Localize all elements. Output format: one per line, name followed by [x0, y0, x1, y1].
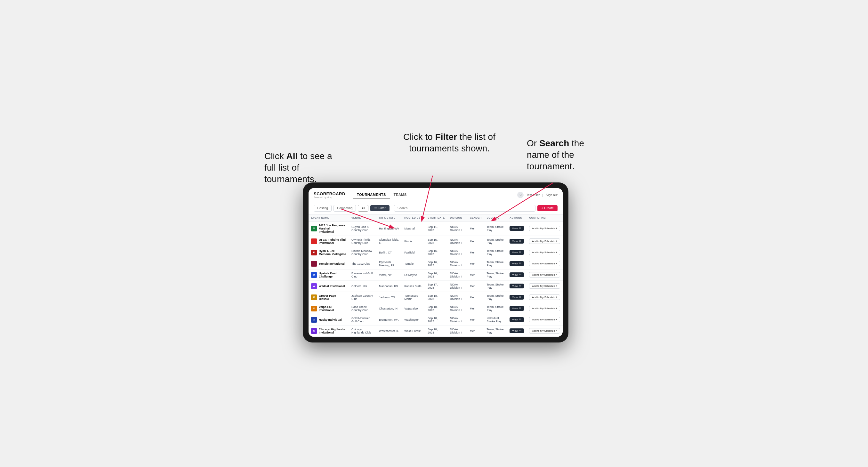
view-button-4[interactable]: View [509, 272, 524, 277]
cell-event-6: G Grover Page Classic [309, 291, 349, 303]
cell-hosted-9: Wake Forest [402, 325, 425, 336]
col-start-date: START DATE [425, 214, 447, 221]
filter-tab-competing[interactable]: Competing [334, 205, 356, 212]
cell-scoring-4: Team, Stroke Play [484, 269, 507, 280]
cell-venue-1: Olympia Fields Country Club [349, 236, 376, 247]
filter-label: Filter [378, 207, 385, 210]
cell-venue-3: The 1912 Club [349, 258, 376, 269]
view-button-9[interactable]: View [509, 329, 524, 333]
cell-hosted-4: Le Moyne [402, 269, 425, 280]
team-logo-8: W [311, 317, 317, 323]
col-division: DIVISION [447, 214, 467, 221]
view-button-1[interactable]: View [509, 239, 524, 244]
cell-division-1: NCAA Division I [447, 236, 467, 247]
add-to-schedule-button-8[interactable]: Add to My Schedule + [529, 317, 560, 322]
cell-division-8: NCAA Division I [447, 314, 467, 325]
eye-icon-0 [519, 227, 521, 230]
view-button-2[interactable]: View [509, 250, 524, 255]
filter-tab-all[interactable]: All [358, 205, 368, 212]
filter-button[interactable]: ☰ Filter [370, 205, 389, 211]
cell-date-1: Sep 15, 2023 [425, 236, 447, 247]
eye-icon-3 [519, 262, 521, 265]
annotation-top-right: Or Search the name of the tournament. [527, 137, 603, 173]
cell-city-1: Olympia Fields, IL [376, 236, 402, 247]
cell-date-5: Sep 17, 2023 [425, 280, 447, 291]
cell-date-9: Sep 18, 2023 [425, 325, 447, 336]
add-to-schedule-button-3[interactable]: Add to My Schedule + [529, 261, 560, 266]
cell-venue-4: Ravenwood Golf Club [349, 269, 376, 280]
app-header: SCOREBOARD Powered by clipp TOURNAMENTS … [309, 188, 563, 202]
add-to-schedule-button-2[interactable]: Add to My Schedule + [529, 250, 560, 255]
team-logo-0: M [311, 226, 317, 231]
cell-action-6: View [507, 291, 527, 303]
nav-tab-teams[interactable]: TEAMS [390, 191, 411, 198]
view-button-8[interactable]: View [509, 317, 524, 322]
cell-action-0: View [507, 221, 527, 236]
cell-city-3: Plymouth Meeting, PA [376, 258, 402, 269]
cell-scoring-2: Team, Stroke Play [484, 247, 507, 258]
team-logo-4: U [311, 272, 317, 278]
cell-date-8: Sep 18, 2023 [425, 314, 447, 325]
cell-competing-1: Add to My Schedule + [527, 236, 563, 247]
page-wrapper: Click All to see a full list of tourname… [258, 125, 610, 342]
nav-tabs: TOURNAMENTS TEAMS [353, 191, 411, 198]
eye-icon-4 [519, 273, 521, 276]
logo-sub: Powered by clipp [314, 196, 345, 198]
cell-hosted-7: Valparaiso [402, 303, 425, 314]
sign-out-link[interactable]: Sign out [546, 193, 558, 197]
cell-scoring-8: Individual, Stroke Play [484, 314, 507, 325]
event-name-7: Valpo Fall Invitational [319, 305, 346, 312]
eye-icon-7 [519, 307, 521, 310]
view-button-0[interactable]: View [509, 226, 524, 231]
cell-division-6: NCAA Division I [447, 291, 467, 303]
team-logo-5: W [311, 283, 317, 289]
col-city-state: CITY, STATE [376, 214, 402, 221]
add-to-schedule-button-5[interactable]: Add to My Schedule + [529, 283, 560, 289]
view-button-6[interactable]: View [509, 295, 524, 300]
header-right: U Test User | Sign out [517, 192, 558, 198]
cell-division-5: NCAA Division I [447, 280, 467, 291]
add-to-schedule-button-1[interactable]: Add to My Schedule + [529, 239, 560, 244]
cell-hosted-8: Washington [402, 314, 425, 325]
eye-icon-9 [519, 330, 521, 332]
cell-competing-2: Add to My Schedule + [527, 247, 563, 258]
logo-area: SCOREBOARD Powered by clipp [314, 191, 345, 198]
filter-tab-hosting[interactable]: Hosting [314, 205, 332, 212]
add-to-schedule-button-0[interactable]: Add to My Schedule + [529, 226, 560, 231]
table-row: W Husky Individual Gold Mountain Golf Cl… [309, 314, 563, 325]
cell-date-4: Sep 16, 2023 [425, 269, 447, 280]
col-scoring: SCORING [484, 214, 507, 221]
cell-city-2: Berlin, CT [376, 247, 402, 258]
event-name-0: 2023 Joe Feaganes Marshall Invitational [319, 224, 346, 234]
add-to-schedule-button-6[interactable]: Add to My Schedule + [529, 294, 560, 300]
cell-city-8: Bremerton, WA [376, 314, 402, 325]
cell-action-3: View [507, 258, 527, 269]
cell-scoring-9: Team, Stroke Play [484, 325, 507, 336]
eye-icon-2 [519, 251, 521, 254]
view-button-3[interactable]: View [509, 261, 524, 266]
create-button[interactable]: + Create [537, 205, 558, 211]
cell-hosted-3: Temple [402, 258, 425, 269]
cell-division-9: NCAA Division I [447, 325, 467, 336]
cell-scoring-5: Team, Stroke Play [484, 280, 507, 291]
cell-hosted-2: Fairfield [402, 247, 425, 258]
table-row: I OFCC Fighting Illini Invitational Olym… [309, 236, 563, 247]
cell-competing-6: Add to My Schedule + [527, 291, 563, 303]
add-to-schedule-button-4[interactable]: Add to My Schedule + [529, 272, 560, 278]
cell-scoring-1: Team, Stroke Play [484, 236, 507, 247]
add-to-schedule-button-9[interactable]: Add to My Schedule + [529, 328, 560, 334]
event-name-9: Chicago Highlands Invitational [319, 328, 346, 334]
cell-competing-7: Add to My Schedule + [527, 303, 563, 314]
cell-gender-4: Men [467, 269, 484, 280]
cell-event-1: I OFCC Fighting Illini Invitational [309, 236, 349, 247]
view-button-7[interactable]: View [509, 306, 524, 311]
table-row: W Wildcat Invitational Colbert Hills Man… [309, 280, 563, 291]
search-input[interactable] [394, 205, 536, 212]
annotation-top-center: Click to Filter the list of tournaments … [392, 131, 507, 155]
add-to-schedule-button-7[interactable]: Add to My Schedule + [529, 306, 560, 311]
cell-action-1: View [507, 236, 527, 247]
view-button-5[interactable]: View [509, 284, 524, 288]
logo-text: SCOREBOARD [314, 191, 345, 196]
nav-tab-tournaments[interactable]: TOURNAMENTS [353, 191, 390, 198]
eye-icon-5 [519, 285, 521, 287]
